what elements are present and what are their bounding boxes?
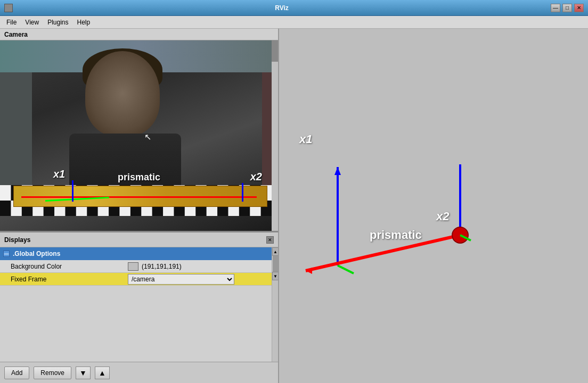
fixed-frame-value: /camera xyxy=(128,274,234,285)
person-head xyxy=(85,51,160,136)
global-options-label: .Global Options xyxy=(13,250,60,257)
fixed-frame-row: Fixed Frame /camera xyxy=(0,273,278,286)
camera-scroll-thumb[interactable] xyxy=(272,40,278,62)
minimize-button[interactable]: — xyxy=(551,4,560,12)
bottom-buttons: Add Remove ▼ ▲ xyxy=(0,362,278,383)
background-color-label: Background Color xyxy=(11,263,128,270)
color-value-text: (191,191,191) xyxy=(142,263,182,270)
camera-section-label: Camera xyxy=(0,29,278,40)
left-panel: Camera xyxy=(0,29,279,383)
blue-axis-line-x1 xyxy=(72,180,74,202)
add-button[interactable]: Add xyxy=(4,367,29,379)
collapse-button[interactable]: — xyxy=(3,251,10,257)
menu-help[interactable]: Help xyxy=(73,18,95,27)
displays-title: Displays xyxy=(4,236,30,244)
displays-close-button[interactable]: ✕ xyxy=(266,236,274,244)
displays-panel: Displays ✕ — .Global Options Background … xyxy=(0,232,278,383)
displays-scrollbar[interactable]: ▲ ▼ xyxy=(272,247,278,362)
menu-view[interactable]: View xyxy=(21,18,43,27)
red-axis-line xyxy=(21,196,257,198)
color-swatch[interactable] xyxy=(128,262,138,271)
maximize-button[interactable]: □ xyxy=(562,4,572,12)
window-title: RViz xyxy=(13,4,551,12)
title-bar: RViz — □ ✕ xyxy=(0,0,588,16)
remove-button[interactable]: Remove xyxy=(34,367,71,379)
app-icon xyxy=(4,4,13,12)
x1-label-3d: x1 xyxy=(299,132,312,146)
move-up-button[interactable]: ▲ xyxy=(95,367,110,379)
x1-label-cam: x1 xyxy=(53,168,65,180)
close-button[interactable]: ✕ xyxy=(574,4,584,12)
x2-label-3d: x2 xyxy=(436,210,449,223)
title-bar-left xyxy=(4,4,13,12)
3d-scene: x1 x2 prismatic xyxy=(279,29,588,383)
background-color-value[interactable]: (191,191,191) xyxy=(128,262,182,271)
menu-plugins[interactable]: Plugins xyxy=(43,18,72,27)
camera-background: x1 x2 prismatic ↖ xyxy=(0,40,278,231)
svg-line-1 xyxy=(338,265,354,273)
right-panel[interactable]: x1 x2 prismatic xyxy=(279,29,588,383)
fixed-frame-label: Fixed Frame xyxy=(11,276,128,283)
scroll-thumb[interactable] xyxy=(273,256,278,272)
blue-axis-line-x2 xyxy=(242,183,243,202)
x2-label-cam: x2 xyxy=(250,171,262,183)
displays-header: Displays ✕ xyxy=(0,232,278,247)
3d-scene-svg xyxy=(279,29,588,383)
fixed-frame-select[interactable]: /camera xyxy=(128,274,234,285)
move-down-button[interactable]: ▼ xyxy=(76,367,91,379)
scroll-down-button[interactable]: ▼ xyxy=(272,272,278,280)
prismatic-label-cam: prismatic xyxy=(118,172,160,183)
camera-scrollbar[interactable] xyxy=(272,40,278,231)
displays-list: — .Global Options Background Color (191,… xyxy=(0,247,278,362)
mouse-cursor: ↖ xyxy=(144,132,151,142)
window-controls: — □ ✕ xyxy=(551,4,584,12)
camera-view[interactable]: x1 x2 prismatic ↖ xyxy=(0,40,278,232)
main-content: Camera xyxy=(0,29,588,383)
menu-file[interactable]: File xyxy=(2,18,21,27)
scroll-track xyxy=(272,256,278,272)
scroll-up-button[interactable]: ▲ xyxy=(272,247,278,256)
global-options-row[interactable]: — .Global Options xyxy=(0,247,278,260)
prismatic-label-3d: prismatic xyxy=(370,228,422,242)
background-color-row: Background Color (191,191,191) xyxy=(0,260,278,273)
svg-marker-5 xyxy=(334,167,341,175)
menu-bar: File View Plugins Help xyxy=(0,16,588,29)
